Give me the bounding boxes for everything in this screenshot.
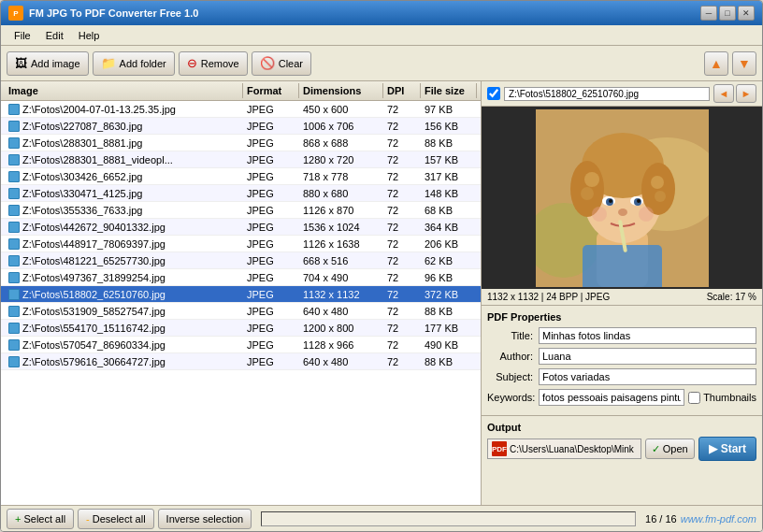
start-button[interactable]: ▶ Start: [698, 437, 756, 461]
maximize-button[interactable]: □: [719, 6, 736, 21]
filesize-cell: 148 KB: [421, 188, 477, 199]
table-row[interactable]: Z:\Fotos\355336_7633.jpg JPEG 1126 x 870…: [1, 202, 481, 219]
author-input[interactable]: [539, 348, 756, 365]
menu-edit[interactable]: Edit: [38, 28, 71, 43]
main-content: Image Format Dimensions DPI File size Z:…: [1, 81, 762, 505]
svg-point-10: [581, 187, 594, 200]
table-row[interactable]: Z:\Fotos\227087_8630.jpg JPEG 1006 x 706…: [1, 118, 481, 135]
file-icon: [8, 356, 20, 367]
preview-scale: Scale: 17 %: [707, 292, 756, 302]
add-image-button[interactable]: 🖼 Add image: [7, 51, 89, 76]
preview-checkbox[interactable]: [487, 87, 500, 100]
filesize-cell: 206 KB: [421, 238, 477, 250]
dimensions-cell: 640 x 480: [299, 306, 383, 317]
dimensions-cell: 1200 x 800: [299, 323, 383, 334]
dimensions-cell: 704 x 490: [299, 272, 383, 283]
dimensions-cell: 718 x 778: [299, 171, 383, 182]
thumbnails-label: Thumbnails: [703, 392, 756, 403]
keywords-input[interactable]: [539, 389, 684, 406]
select-all-button[interactable]: + Select all: [7, 509, 74, 529]
keywords-row: Keywords: Thumbnails: [487, 389, 756, 406]
table-row[interactable]: Z:\Fotos\330471_4125.jpg JPEG 880 x 680 …: [1, 185, 481, 202]
clear-button[interactable]: 🚫 Clear: [252, 51, 311, 76]
file-path-cell: Z:\Fotos\497367_31899254.jpg: [5, 272, 243, 283]
dpi-cell: 72: [383, 104, 421, 115]
svg-point-21: [592, 207, 607, 222]
toolbar: 🖼 Add image 📁 Add folder ⊖ Remove 🚫 Clea…: [1, 46, 762, 81]
svg-point-9: [584, 172, 599, 187]
format-cell: JPEG: [243, 323, 299, 334]
thumbnails-option: Thumbnails: [688, 392, 756, 404]
nav-down-button[interactable]: ▼: [732, 51, 756, 76]
deselect-all-button[interactable]: - Deselect all: [78, 509, 154, 529]
file-icon: [8, 188, 20, 199]
file-path-cell: Z:\Fotos\481221_65257730.jpg: [5, 255, 243, 266]
close-button[interactable]: ✕: [738, 6, 755, 21]
title-input[interactable]: [539, 327, 756, 344]
svg-point-22: [639, 207, 654, 222]
menu-help[interactable]: Help: [71, 28, 108, 43]
progress-bar: [261, 511, 636, 526]
table-row[interactable]: Z:\Fotos\579616_30664727.jpg JPEG 640 x …: [1, 353, 481, 370]
filesize-cell: 157 KB: [421, 154, 477, 165]
menu-file[interactable]: File: [7, 28, 38, 43]
table-row[interactable]: Z:\Fotos\497367_31899254.jpg JPEG 704 x …: [1, 269, 481, 286]
col-filesize: File size: [421, 83, 477, 98]
table-row[interactable]: Z:\Fotos\570547_86960334.jpg JPEG 1128 x…: [1, 337, 481, 353]
table-row[interactable]: Z:\Fotos\448917_78069397.jpg JPEG 1126 x…: [1, 236, 481, 252]
open-button[interactable]: ✓ Open: [645, 439, 695, 459]
preview-next-button[interactable]: ►: [736, 84, 756, 103]
status-left: + Select all - Deselect all Inverse sele…: [7, 509, 252, 529]
table-row[interactable]: Z:\Fotos\442672_90401332.jpg JPEG 1536 x…: [1, 219, 481, 236]
inverse-selection-button[interactable]: Inverse selection: [158, 509, 252, 529]
subject-input[interactable]: [539, 368, 756, 385]
table-row[interactable]: Z:\Fotos\531909_58527547.jpg JPEG 640 x …: [1, 303, 481, 320]
table-row[interactable]: Z:\Fotos\2004-07-01-13.25.35.jpg JPEG 45…: [1, 101, 481, 118]
add-folder-icon: 📁: [101, 56, 116, 70]
table-row[interactable]: Z:\Fotos\288301_8881.jpg JPEG 868 x 688 …: [1, 135, 481, 151]
author-row: Author:: [487, 348, 756, 365]
minimize-button[interactable]: ─: [700, 6, 717, 21]
output-title: Output: [487, 422, 756, 433]
dpi-cell: 72: [383, 238, 421, 250]
preview-info: 1132 x 1132 | 24 BPP | JPEG Scale: 17 %: [482, 289, 762, 306]
author-label: Author:: [487, 351, 539, 362]
preview-prev-button[interactable]: ◄: [713, 84, 734, 103]
table-row[interactable]: Z:\Fotos\518802_62510760.jpg JPEG 1132 x…: [1, 286, 481, 303]
format-cell: JPEG: [243, 104, 299, 115]
format-cell: JPEG: [243, 137, 299, 149]
filesize-cell: 96 KB: [421, 272, 477, 283]
select-all-icon: +: [15, 513, 21, 525]
col-format: Format: [243, 83, 299, 98]
app-icon: P: [8, 6, 23, 21]
file-path-cell: Z:\Fotos\288301_8881_videopl...: [5, 154, 243, 165]
col-dpi: DPI: [383, 83, 421, 98]
clear-icon: 🚫: [260, 56, 275, 70]
pdf-properties-title: PDF Properties: [487, 311, 756, 323]
file-icon: [8, 104, 20, 115]
thumbnails-checkbox[interactable]: [688, 392, 700, 404]
file-icon: [8, 306, 20, 317]
table-row[interactable]: Z:\Fotos\303426_6652.jpg JPEG 718 x 778 …: [1, 168, 481, 185]
output-path-display[interactable]: PDF C:\Users\Luana\Desktop\Mink: [487, 439, 641, 459]
nav-up-button[interactable]: ▲: [704, 51, 728, 76]
file-path-cell: Z:\Fotos\570547_86960334.jpg: [5, 339, 243, 351]
add-image-icon: 🖼: [15, 56, 27, 70]
dimensions-cell: 668 x 516: [299, 255, 383, 266]
table-row[interactable]: Z:\Fotos\481221_65257730.jpg JPEG 668 x …: [1, 252, 481, 269]
filesize-cell: 97 KB: [421, 104, 477, 115]
add-folder-button[interactable]: 📁 Add folder: [93, 51, 175, 76]
filesize-cell: 156 KB: [421, 121, 477, 132]
title-bar: P FM JPG To PDF Converter Free 1.0 ─ □ ✕: [1, 1, 762, 25]
format-cell: JPEG: [243, 255, 299, 266]
table-row[interactable]: Z:\Fotos\288301_8881_videopl... JPEG 128…: [1, 151, 481, 168]
table-row[interactable]: Z:\Fotos\554170_15116742.jpg JPEG 1200 x…: [1, 320, 481, 337]
file-count: 16 / 16: [645, 513, 677, 525]
dimensions-cell: 1536 x 1024: [299, 222, 383, 233]
open-checkmark-icon: ✓: [652, 443, 660, 455]
format-cell: JPEG: [243, 272, 299, 283]
start-play-icon: ▶: [709, 442, 717, 455]
file-path-cell: Z:\Fotos\227087_8630.jpg: [5, 121, 243, 132]
file-list-body[interactable]: Z:\Fotos\2004-07-01-13.25.35.jpg JPEG 45…: [1, 101, 481, 505]
remove-button[interactable]: ⊖ Remove: [179, 51, 248, 76]
